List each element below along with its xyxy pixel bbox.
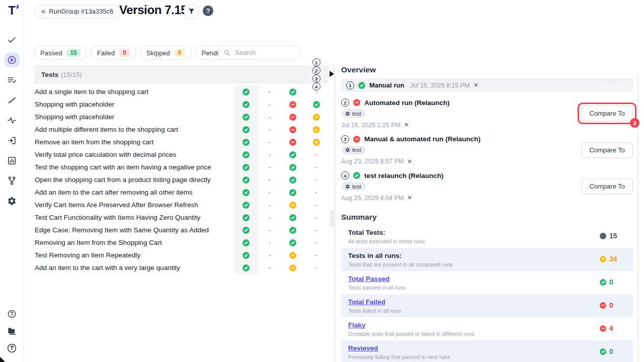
table-row[interactable]: Add an item to the cart after removing a… [34,186,328,199]
run-number-3[interactable]: 3 [341,135,349,143]
back-to-rungroup-button[interactable]: « RunGroup #13a335c6 [34,5,120,18]
docs-folder-icon[interactable] [7,326,17,338]
result-cell-run-1[interactable] [234,123,258,136]
table-row[interactable]: Test the shopping cart with an item havi… [34,161,328,173]
result-cell-run-1[interactable] [234,111,258,123]
summary-link[interactable]: Total Passed [348,275,389,283]
filter-button[interactable] [184,4,199,19]
table-row[interactable]: Test Removing an Item Repeatedly-- [34,249,328,261]
result-cell-run-1[interactable] [234,199,258,211]
import-run-icon[interactable] [5,133,20,148]
gear-icon[interactable] [5,193,20,208]
result-cell-run-3[interactable] [281,211,305,224]
result-cell-run-1[interactable] [234,236,258,249]
result-cell-run-1[interactable] [234,148,258,161]
run-item-main[interactable]: 1Manual runJul 15, 2025 8:15 PM✕Main Run [341,78,633,92]
table-row[interactable]: Test Cart Functionality with Items Havin… [34,211,328,224]
table-row[interactable]: Add multiple different items to the shop… [34,123,328,136]
result-cell-run-4[interactable] [305,123,329,136]
help-button[interactable]: ? [203,6,213,16]
check-icon[interactable] [5,32,20,47]
result-cell-run-3[interactable] [281,249,305,261]
result-cell-run-4[interactable] [305,136,329,148]
filter-chip-failed[interactable]: Failed0 [91,46,136,60]
passed-status-icon [243,189,250,196]
remove-run-icon[interactable]: ✕ [407,159,412,164]
result-cell-run-3[interactable] [281,111,305,123]
filter-chip-passed[interactable]: Passed15 [34,46,87,60]
result-cell-run-1[interactable] [234,224,258,236]
result-cell-run-3[interactable] [281,123,305,136]
filter-chip-skipped[interactable]: Skipped0 [140,46,191,60]
branch-icon[interactable] [5,173,20,188]
result-cell-run-3[interactable] [281,98,305,111]
table-row[interactable]: Add an item to the cart with a very larg… [34,261,328,274]
remove-run-icon[interactable]: ✕ [473,82,478,88]
table-row[interactable]: Edge Case: Removing Item with Same Quant… [34,224,328,236]
table-row[interactable]: Add a single item to the shopping cart-- [34,85,328,98]
result-cell-run-4[interactable] [305,111,329,123]
run-number-1[interactable]: 1 [312,58,320,66]
run-name[interactable]: test relaunch (Relaunch) [364,172,444,179]
run-number-2[interactable]: 2 [312,66,320,74]
passed-status-icon [243,239,250,246]
run-name[interactable]: Automated run (Relaunch) [364,99,450,107]
collapse-panel-arrow-icon[interactable] [330,71,334,77]
remove-run-icon[interactable]: ✕ [404,122,409,128]
compare-to-button[interactable]: Compare To [581,106,633,121]
compare-to-button[interactable]: Compare To [581,178,633,194]
compare-to-button[interactable]: Compare To [581,142,633,158]
result-cell-run-2: - [258,85,282,98]
run-name[interactable]: Manual & automated run (Relaunch) [364,135,480,143]
play-circle-icon[interactable] [5,52,20,67]
result-cell-run-1[interactable] [234,211,258,224]
result-cell-run-3[interactable] [281,85,305,98]
result-cell-run-3[interactable] [281,136,305,148]
table-row[interactable]: Open the shopping cart from a product li… [34,173,328,186]
table-row[interactable]: Verify Cart Items Are Preserved After Br… [34,199,328,211]
result-cell-run-3[interactable] [281,261,305,274]
resize-grip-handle[interactable] [330,211,335,227]
summary-link[interactable]: Flaky [348,321,366,329]
pulse-icon[interactable] [5,113,20,128]
run-tag: test [342,109,366,118]
result-cell-run-1[interactable] [234,249,258,261]
search-input[interactable] [218,45,300,60]
result-cell-run-3[interactable] [281,186,305,199]
chat-bubble-peek[interactable] [0,357,5,362]
testomat-badge-icon[interactable]: T [7,343,17,355]
summary-link[interactable]: Revieved [348,344,378,352]
table-row[interactable]: Shopping with placeholder- [34,98,328,111]
result-cell-run-1[interactable] [234,136,258,148]
testomat-logo[interactable]: T [6,4,19,17]
result-cell-run-1[interactable] [234,261,258,274]
list-check-icon[interactable] [5,72,20,87]
table-row[interactable]: Remove an item from the shopping cart- [34,136,328,148]
run-number-3[interactable]: 3 [312,74,320,82]
result-cell-run-3[interactable] [281,199,305,211]
run-number-1[interactable]: 1 [346,81,354,89]
result-cell-run-1[interactable] [234,98,258,111]
result-cell-run-3[interactable] [281,148,305,161]
result-cell-run-4[interactable] [305,98,329,111]
help-circle-icon[interactable] [7,309,17,321]
remove-run-icon[interactable]: ✕ [407,195,412,201]
steps-icon[interactable] [5,93,20,108]
table-row[interactable]: Removing an Item from the Shopping Cart-… [34,236,328,249]
test-name: Removing an Item from the Shopping Cart [34,239,234,246]
summary-link[interactable]: Total Failed [348,298,385,306]
bar-chart-icon[interactable] [5,153,20,168]
result-cell-run-1[interactable] [234,173,258,186]
run-number-2[interactable]: 2 [341,99,349,107]
result-cell-run-1[interactable] [234,85,258,98]
result-cell-run-3[interactable] [281,173,305,186]
result-cell-run-1[interactable] [234,186,258,199]
result-cell-run-1[interactable] [234,161,258,173]
run-name[interactable]: Manual run [369,81,404,89]
result-cell-run-3[interactable] [281,161,305,173]
run-number-4[interactable]: 4 [341,171,349,179]
result-cell-run-3[interactable] [281,224,305,236]
table-row[interactable]: Verify total price calculation with deci… [34,148,328,161]
result-cell-run-3[interactable] [281,236,305,249]
table-row[interactable]: Shopping with placeholder- [34,111,328,123]
